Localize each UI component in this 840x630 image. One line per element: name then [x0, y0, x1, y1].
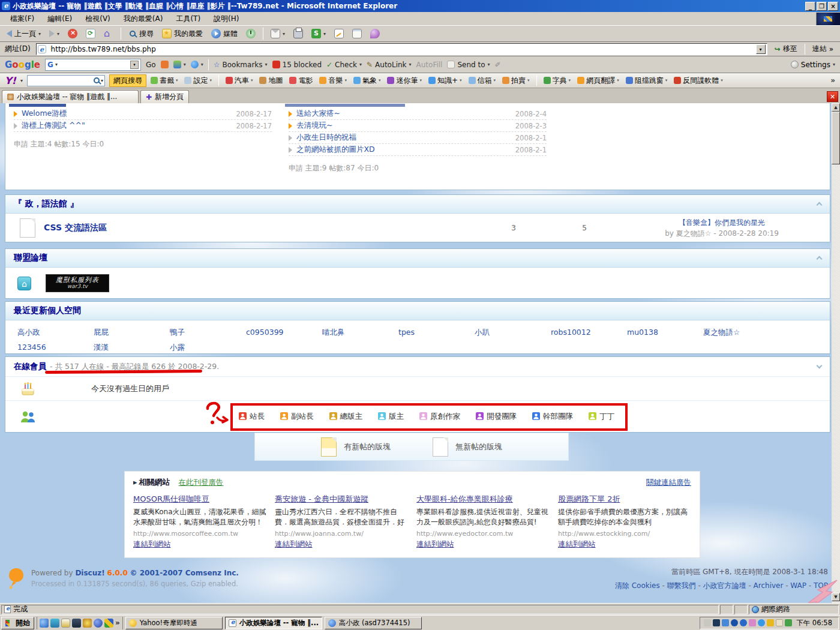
translate-dropdown-caret[interactable]: ▾ [323, 31, 326, 37]
publish-ad-link[interactable]: 在此刊登廣告 [179, 478, 224, 488]
google-search-input[interactable]: G▾ ▾ [45, 59, 141, 71]
quick-launch-icon[interactable] [50, 619, 59, 628]
maximize-button[interactable]: ❐ [817, 2, 827, 11]
user-space-link[interactable]: 喵北鼻 [322, 328, 398, 338]
yahoo-toolbar-item[interactable]: 迷你筆▾ [387, 76, 422, 86]
collapse-chevron-icon[interactable] [817, 363, 823, 369]
yahoo-toolbar-item[interactable]: 反間諜軟體▾ [674, 76, 723, 86]
quick-launch-icon[interactable] [61, 619, 70, 628]
translate-button[interactable]: S▾ [308, 28, 329, 40]
yahoo-toolbar-item[interactable]: 氣象▾ [353, 76, 381, 86]
tray-icon[interactable] [749, 619, 756, 626]
user-space-link[interactable]: c0950399 [246, 328, 322, 338]
media-button[interactable]: 媒體 [208, 28, 241, 40]
user-space-link[interactable]: 夏之物語☆ [703, 328, 779, 338]
back-button[interactable]: 上一頁▾ [4, 28, 44, 40]
google-search-dropdown[interactable]: ▾ [130, 61, 139, 69]
forward-button[interactable]: ▾ [46, 29, 62, 38]
tray-icon[interactable] [767, 619, 774, 626]
taskbar-window-button[interactable]: 高小政 (asd7374415) [325, 617, 422, 629]
thread-title-link[interactable]: Welome游標 [22, 109, 236, 119]
yahoo-search-caret[interactable]: ▾ [101, 78, 103, 83]
menu-item[interactable]: 說明(H) [208, 12, 244, 26]
home-link-icon[interactable]: ⌂ [17, 277, 31, 290]
ad-visit-link[interactable]: 連結到網站 [416, 539, 552, 550]
google-popup-blocker-button[interactable]: 15 blocked [272, 61, 322, 69]
collapse-chevron-icon[interactable] [817, 256, 823, 262]
sendto-caret[interactable]: ▾ [488, 62, 490, 67]
war3-banner-link[interactable]: 魔獸私服列表 war3.tv [46, 274, 109, 292]
menu-item[interactable]: 檢視(V) [80, 12, 116, 26]
search-button[interactable]: 搜尋 [125, 28, 157, 40]
quick-launch-ie-icon[interactable] [40, 619, 49, 628]
yahoo-toolbar-item[interactable]: 信箱▾ [469, 76, 496, 86]
address-url[interactable]: http://bbs.tw789.net/bbs.php [51, 45, 754, 53]
yahoo-toolbar-item[interactable]: 設定▾ [184, 76, 212, 86]
print-button[interactable] [290, 28, 306, 40]
google-go-button[interactable]: Go [146, 61, 156, 69]
quick-launch-icon[interactable] [94, 619, 103, 628]
menu-item[interactable]: 檔案(F) [5, 12, 40, 26]
user-space-link[interactable]: 鴨子 [170, 328, 246, 338]
yahoo-search-input[interactable]: ▾ [27, 75, 105, 86]
comment-caret[interactable]: ▾ [201, 62, 203, 67]
ad-title-link[interactable]: 股票網路下單 2折 [558, 494, 694, 505]
bookmarks-caret[interactable]: ▾ [265, 62, 268, 67]
google-pagerank-button[interactable]: ▾ [173, 61, 186, 68]
ad-visit-link[interactable]: 連結到網站 [275, 539, 410, 550]
close-button[interactable]: × [828, 2, 838, 11]
scrollbar-thumb[interactable] [832, 112, 840, 164]
ad-visit-link[interactable]: 連結到網站 [133, 539, 269, 550]
yahoo-toolbar-item[interactable]: 知識+▾ [428, 76, 462, 86]
go-button[interactable]: ↪移至 [770, 43, 802, 55]
tab-active[interactable]: 小政娛樂論壇 -- 寵物 ‖遊戲 ‖... [2, 90, 139, 103]
ad-title-link[interactable]: 喬安旅遊 - 金典中國新遊蹤 [275, 494, 410, 505]
yahoo-toolbar-item[interactable]: 電影 [289, 76, 313, 86]
yahoo-toolbar-item[interactable]: 地圖 [259, 76, 283, 86]
user-space-link[interactable]: 屁屁 [94, 328, 170, 338]
user-space-link[interactable]: 小露 [170, 343, 246, 353]
google-sendto-button[interactable]: Send to▾ [447, 61, 490, 69]
user-space-link[interactable]: 漢漢 [94, 343, 170, 353]
ad-visit-link[interactable]: 連結到網站 [558, 539, 694, 550]
yahoo-logo-caret[interactable]: ▾ [20, 78, 23, 83]
ad-title-link[interactable]: MOSOR馬仕得咖啡豆 [133, 494, 269, 505]
yahoo-toolbar-item[interactable]: 網頁翻譯▾ [577, 76, 619, 86]
tray-icon[interactable] [713, 619, 720, 626]
footer-link[interactable]: Archiver [754, 581, 784, 590]
user-space-link[interactable]: 高小政 [17, 328, 94, 338]
highlighter-icon[interactable]: ✐ [495, 61, 501, 69]
thread-title-link[interactable]: 去清境玩~ [296, 121, 515, 131]
home-button[interactable]: ⌂ [101, 28, 116, 40]
google-autolink-button[interactable]: ✎AutoLink▾ [367, 61, 412, 69]
user-space-link[interactable]: robs10012 [551, 328, 627, 338]
vertical-scrollbar[interactable]: ▲ ▼ [832, 103, 840, 603]
yahoo-overflow-chevron[interactable]: » [830, 76, 835, 85]
scroll-up-button[interactable]: ▲ [832, 103, 840, 112]
mail-button[interactable]: ▾ [268, 28, 288, 40]
ad-title-link[interactable]: 大學眼科-給你專業眼科診療 [416, 494, 552, 505]
links-button[interactable]: 連結 » [808, 43, 838, 55]
new-tab-button[interactable]: ✚新增分頁 [140, 90, 189, 103]
stop-button[interactable] [65, 28, 80, 40]
yahoo-toolbar-item[interactable]: 汽車▾ [226, 76, 253, 86]
collapse-chevron-icon[interactable] [817, 202, 823, 208]
quick-launch-icon[interactable] [83, 619, 92, 628]
user-space-link[interactable]: mu0138 [627, 328, 703, 338]
menu-item[interactable]: 我的最愛(A) [118, 12, 169, 26]
tray-icon[interactable] [785, 619, 792, 626]
tray-icon[interactable] [740, 619, 747, 626]
pagerank-caret[interactable]: ▾ [184, 62, 186, 67]
google-spellcheck-button[interactable]: ✓Check▾ [326, 61, 362, 69]
thread-title-link[interactable]: 游標上傳測試 ^^" [22, 121, 236, 131]
menu-item[interactable]: 工具(T) [170, 12, 206, 26]
tray-icon[interactable] [758, 619, 765, 626]
discuz-link[interactable]: Discuz! [75, 569, 104, 577]
forward-dropdown-caret[interactable]: ▾ [57, 31, 59, 37]
thread-title-link[interactable]: 之前網站被抓的圖片XD [296, 145, 515, 155]
discuss-button[interactable] [367, 28, 383, 40]
edit-button[interactable] [331, 28, 347, 40]
refresh-button[interactable] [83, 28, 98, 40]
start-button[interactable]: 開始 [1, 617, 34, 629]
last-post-link[interactable]: 【音樂盒】你們是我的星光 [620, 217, 824, 228]
